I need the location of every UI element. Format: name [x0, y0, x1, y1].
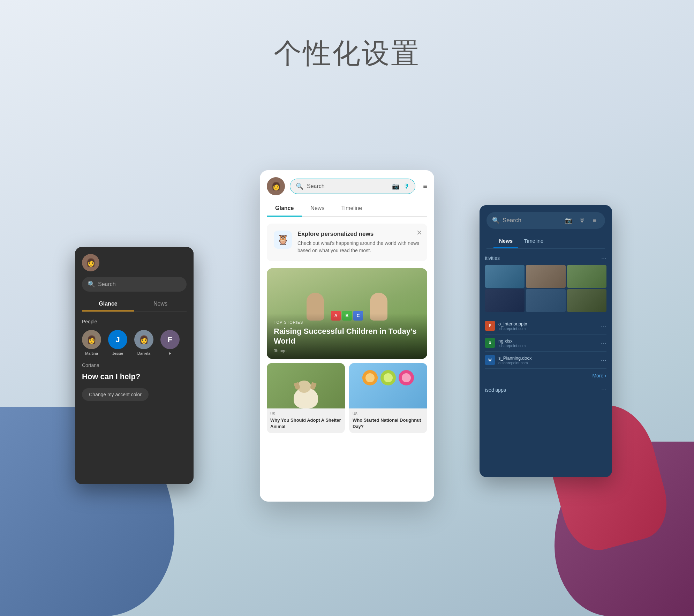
story-overlay: TOP STORIES Raising Successful Children …	[267, 313, 427, 359]
top-story-card[interactable]: A B C TOP STORIES Raising Successful Chi…	[267, 268, 427, 359]
explore-close-button[interactable]: ✕	[416, 228, 422, 237]
person-name-jessie: Jessie	[112, 351, 123, 355]
camera-icon-right[interactable]: 📷	[564, 216, 574, 225]
explore-content: Explore personalized news Check out what…	[297, 231, 420, 254]
people-title: People	[82, 319, 187, 324]
news-card-2-title: Who Started National Doughnut Day?	[353, 417, 424, 430]
photo-cell-1[interactable]	[485, 265, 525, 288]
tab-center-timeline[interactable]: Timeline	[333, 201, 370, 216]
file-name-3: s_Planning.docx	[498, 355, 600, 361]
file-more-2[interactable]: ⋯	[600, 339, 606, 347]
file-item-1[interactable]: P o_Interior.pptx .sharepoint.com ⋯	[485, 317, 606, 335]
file-more-3[interactable]: ⋯	[600, 356, 606, 364]
camera-icon[interactable]: 📷	[392, 182, 400, 190]
center-profile-row: 👩 🔍 Search 📷 🎙 ≡	[267, 177, 427, 195]
people-row: 👩 Martina J Jessie 👩 Daniela F F	[82, 330, 187, 355]
donut-row	[349, 363, 427, 389]
photo-cell-5[interactable]	[526, 289, 565, 312]
activities-header: itivities ···	[485, 254, 606, 262]
search-icon-left: 🔍	[88, 280, 95, 288]
center-search-bar[interactable]: 🔍 Search 📷 🎙	[290, 179, 415, 194]
photo-cell-3[interactable]	[567, 265, 606, 288]
donut-2	[380, 370, 396, 385]
photo-cell-4[interactable]	[485, 289, 525, 312]
story-time: 3h ago	[274, 348, 420, 353]
activities-dots-icon[interactable]: ···	[601, 254, 606, 262]
activities-title: itivities	[485, 255, 500, 261]
person-item-jessie[interactable]: J Jessie	[108, 330, 127, 355]
cortana-question: How can I help?	[82, 372, 187, 381]
tab-center-news[interactable]: News	[302, 201, 333, 216]
search-text-left: Search	[98, 281, 116, 287]
file-name-2: ng.xlsx	[498, 338, 600, 344]
news-card-2-body: US Who Started National Doughnut Day?	[349, 408, 427, 433]
tab-right-timeline[interactable]: Timeline	[518, 234, 549, 248]
news-card-2-category: US	[353, 412, 424, 416]
person-avatar-daniela: 👩	[134, 330, 153, 349]
card-center-header: 👩 🔍 Search 📷 🎙 ≡ Glance News Timeline	[260, 170, 434, 217]
center-avatar: 👩	[267, 177, 285, 195]
more-label: More	[592, 373, 603, 378]
used-apps-dots-icon[interactable]: ···	[601, 386, 606, 393]
person-item-daniela[interactable]: 👩 Daniela	[134, 330, 153, 355]
used-apps-section: ised apps ···	[480, 383, 612, 397]
card-left: 👩 🔍 Search Glance News People 👩 Martina …	[75, 247, 194, 484]
explore-title: Explore personalized news	[297, 231, 420, 238]
news-card-1-body: US Why You Should Adopt A Shelter Animal	[267, 408, 345, 433]
file-item-3[interactable]: W s_Planning.docx o.sharepoint.com ⋯	[485, 352, 606, 369]
news-card-1-category: US	[270, 412, 341, 416]
file-info-2: ng.xlsx .sharepoint.com	[498, 338, 600, 348]
dog-visual	[292, 377, 320, 408]
tab-left-news[interactable]: News	[134, 297, 187, 311]
people-section: People 👩 Martina J Jessie 👩 Daniela F F	[75, 312, 194, 355]
person-item-martina[interactable]: 👩 Martina	[82, 330, 101, 355]
file-info-1: o_Interior.pptx .sharepoint.com	[498, 321, 600, 331]
file-item-2[interactable]: X ng.xlsx .sharepoint.com ⋯	[485, 335, 606, 352]
photo-cell-6[interactable]	[567, 289, 606, 312]
used-apps-header: ised apps ···	[485, 383, 606, 397]
file-name-1: o_Interior.pptx	[498, 321, 600, 326]
card-left-tabs: Glance News	[82, 297, 187, 312]
card-left-search-bar[interactable]: 🔍 Search	[82, 277, 187, 292]
card-right-header: 🔍 Search 📷 🎙 ≡ News Timeline	[480, 205, 612, 249]
file-source-2: .sharepoint.com	[498, 344, 600, 348]
photo-cell-2[interactable]	[526, 265, 565, 288]
card-right-tabs: News Timeline	[486, 234, 605, 249]
cards-container: 👩 🔍 Search Glance News People 👩 Martina …	[103, 170, 591, 616]
person-avatar-f: F	[160, 330, 180, 349]
used-apps-title: ised apps	[485, 387, 506, 393]
tab-right-news[interactable]: News	[493, 234, 518, 248]
cortana-change-accent-button[interactable]: Change my accent color	[82, 388, 149, 401]
news-card-1[interactable]: US Why You Should Adopt A Shelter Animal	[267, 363, 345, 433]
search-icon-right: 🔍	[492, 217, 500, 224]
person-avatar-martina: 👩	[82, 330, 101, 349]
donut-1	[362, 370, 378, 385]
card-center: 👩 🔍 Search 📷 🎙 ≡ Glance News Timeline	[260, 170, 434, 502]
cortana-section: Cortana How can I help? Change my accent…	[75, 362, 194, 401]
news-grid: US Why You Should Adopt A Shelter Animal…	[267, 363, 427, 433]
center-tabs: Glance News Timeline	[267, 201, 427, 217]
card-right-search-icons: 📷 🎙	[564, 216, 587, 225]
explore-card: 🦉 Explore personalized news Check out wh…	[267, 224, 427, 261]
more-link[interactable]: More ›	[480, 369, 612, 383]
card-right-search-bar[interactable]: 🔍 Search 📷 🎙 ≡	[486, 212, 605, 229]
file-more-1[interactable]: ⋯	[600, 322, 606, 330]
news-card-2[interactable]: US Who Started National Doughnut Day?	[349, 363, 427, 433]
center-search-icon: 🔍	[296, 182, 303, 190]
explore-icon: 🦉	[274, 231, 292, 249]
tab-left-glance[interactable]: Glance	[82, 297, 134, 311]
center-search-extras: 📷 🎙	[392, 182, 409, 190]
card-left-profile: 👩	[82, 254, 187, 271]
mic-icon-right[interactable]: 🎙	[577, 216, 587, 225]
mic-icon[interactable]: 🎙	[403, 183, 409, 190]
person-item-f[interactable]: F F	[160, 330, 180, 355]
file-icon-pptx: P	[485, 321, 495, 331]
file-info-3: s_Planning.docx o.sharepoint.com	[498, 355, 600, 365]
photo-grid	[485, 265, 606, 312]
story-title: Raising Successful Children in Today's W…	[274, 326, 420, 346]
file-source-1: .sharepoint.com	[498, 326, 600, 331]
settings-icon-right[interactable]: ≡	[590, 216, 599, 225]
settings-icon[interactable]: ≡	[423, 182, 427, 190]
cortana-label: Cortana	[82, 362, 187, 368]
tab-center-glance[interactable]: Glance	[267, 201, 302, 217]
